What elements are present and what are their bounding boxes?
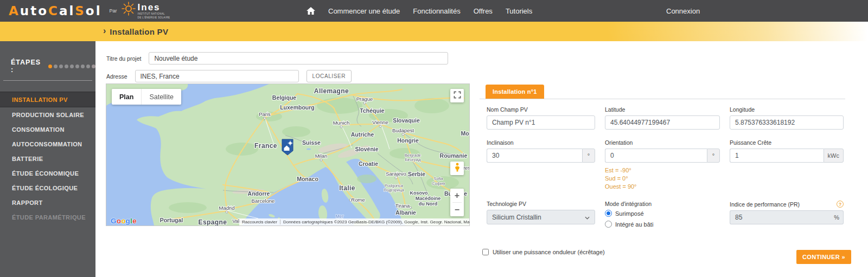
puissance-label: Puissance Crête	[730, 139, 771, 146]
nav-item-offres[interactable]: Offres	[474, 7, 493, 15]
sidebar-item-production-solaire[interactable]: PRODUCTION SOLAIRE	[0, 107, 95, 122]
map-fullscreen-button[interactable]	[450, 89, 464, 102]
sidebar-item-etude-ecologique[interactable]: ÉTUDE ÉCOLOGIQUE	[0, 181, 95, 195]
map-pegman-button[interactable]	[450, 162, 464, 175]
map-zoom-control: + −	[450, 189, 464, 216]
map-label: Rome	[351, 197, 365, 203]
map-label: Portugal	[160, 217, 183, 223]
map-label: Autriche	[351, 131, 374, 138]
orientation-hints: Est = -90° Sud = 0° Ouest = 90°	[605, 166, 720, 191]
map-label: Kosovo	[410, 190, 428, 196]
map-satellite-button[interactable]: Satellite	[141, 89, 181, 105]
nav-item-fonctionnalites[interactable]: Fonctionnalités	[413, 7, 460, 15]
autocalsol-logo[interactable]: AutoCalSol	[9, 4, 102, 18]
main-content: Titre du projet Adresse LOCALISER	[95, 41, 868, 277]
inclinaison-label: Inclinaison	[487, 139, 514, 146]
sidebar-item-autoconsommation[interactable]: AUTOCONSOMMATION	[0, 137, 95, 151]
latitude-input[interactable]	[605, 115, 720, 130]
sidebar-item-etude-economique[interactable]: ÉTUDE ÉCONOMIQUE	[0, 166, 95, 181]
pr-help-icon[interactable]: ?	[837, 201, 844, 208]
continuer-button[interactable]: CONTINUER »	[796, 250, 851, 264]
map-label: Slovénie	[355, 146, 378, 152]
pr-unit: %	[830, 210, 844, 224]
map-label: Belgique	[272, 94, 296, 101]
installation-tabbar: Installation n°1	[480, 85, 845, 99]
step-dot	[92, 65, 95, 68]
radio-surimpose[interactable]: Surimposé	[605, 210, 720, 217]
nav-item-connexion[interactable]: Connexion	[666, 7, 700, 15]
inclinaison-input[interactable]	[487, 149, 582, 163]
map-label: Allemagne	[314, 87, 349, 95]
step-dot	[48, 65, 52, 68]
nav-item-commencer[interactable]: Commencer une étude	[328, 7, 400, 15]
step-dot	[75, 65, 79, 68]
radio-integre-bati[interactable]: Intégré au bâti	[605, 221, 720, 228]
radio-unselected-icon	[605, 221, 612, 228]
map-label: Tchéquie	[360, 107, 384, 114]
map-plan-button[interactable]: Plan	[112, 89, 141, 105]
localiser-button[interactable]: LOCALISER	[307, 70, 352, 82]
inclinaison-unit: °	[582, 149, 595, 163]
sidebar-item-rapport[interactable]: RAPPORT	[0, 195, 95, 210]
address-input[interactable]	[135, 70, 299, 82]
step-dot	[81, 65, 85, 68]
address-label: Adresse	[106, 73, 127, 80]
map-label: Prague	[356, 96, 373, 102]
steps-progress-dots	[48, 65, 95, 68]
google-logo[interactable]: Google	[111, 217, 137, 225]
zoom-in-button[interactable]: +	[450, 189, 464, 202]
pegman-icon	[454, 163, 461, 174]
map-label: Paris	[259, 111, 271, 117]
sun-icon	[119, 1, 138, 21]
pr-input[interactable]	[730, 210, 830, 224]
step-dot	[65, 65, 68, 68]
map-label: Albanie	[395, 209, 416, 216]
pr-label: Indice de performance (PR)	[730, 201, 800, 208]
step-dot	[59, 65, 63, 68]
hint-ouest: Ouest = 90°	[605, 183, 720, 191]
technologie-label: Technologie PV	[487, 201, 526, 207]
map-data-attribution: Données cartographiques ©2023 GeoBasis-D…	[280, 220, 469, 224]
map-label: Monaco	[297, 176, 318, 182]
sidebar-item-batterie[interactable]: BATTERIE	[0, 151, 95, 166]
breadcrumb-arrow-icon: ›	[103, 26, 106, 36]
puissance-input[interactable]	[730, 149, 824, 163]
onduleur-checkbox[interactable]	[482, 249, 489, 255]
map-label: Београд	[405, 157, 421, 162]
technologie-select[interactable]: Silicium Cristallin	[487, 210, 595, 224]
map-label: Munich	[333, 120, 350, 126]
steps-sidebar: ÉTAPES : INSTALLATION PV PRODUCTION SOLA…	[0, 41, 95, 277]
page-title: Installation PV	[110, 27, 168, 36]
map-label: София	[432, 181, 445, 186]
ines-name: Ines	[138, 3, 170, 12]
latitude-label: Latitude	[605, 106, 625, 113]
zoom-out-button[interactable]: −	[450, 203, 464, 216]
map-label: Moldavie	[461, 130, 469, 137]
map-label: Budapest	[392, 127, 414, 133]
google-map[interactable]: AllemagneBelgiqueLuxembourgParisPragueTc…	[106, 84, 469, 226]
home-icon[interactable]	[307, 7, 315, 15]
map-label: Slovaquie	[393, 117, 420, 124]
keyboard-shortcuts-link[interactable]: Raccourcis clavier	[239, 220, 280, 224]
map-label: Подгорица	[384, 188, 404, 192]
tab-installation-1[interactable]: Installation n°1	[486, 85, 544, 99]
map-label: Andorre	[248, 190, 270, 197]
orientation-input[interactable]	[605, 149, 707, 163]
top-navbar: AutoCalSol Par Ines INSTITUT NATIONAL DE…	[0, 0, 868, 22]
map-label: Milan	[315, 153, 328, 159]
map-label: Tirana	[395, 203, 410, 209]
sidebar-item-consommation[interactable]: CONSOMMATION	[0, 122, 95, 137]
page-banner: › Installation PV	[0, 22, 868, 41]
sidebar-divider	[3, 80, 92, 81]
project-title-input[interactable]	[149, 52, 448, 65]
sidebar-item-installation-pv[interactable]: INSTALLATION PV	[0, 92, 95, 107]
nom-champ-input[interactable]	[487, 115, 595, 130]
orientation-label: Orientation	[605, 139, 633, 146]
longitude-input[interactable]	[730, 115, 844, 130]
ines-logo[interactable]: Ines INSTITUT NATIONAL DE L'ÉNERGIE SOLA…	[119, 1, 170, 21]
map-type-control: Plan Satellite	[112, 89, 181, 105]
sidebar-item-etude-parametrique: ÉTUDE PARAMÉTRIQUE	[0, 210, 95, 224]
nav-item-tutoriels[interactable]: Tutoriels	[506, 7, 532, 15]
par-label: Par	[110, 8, 117, 14]
step-dot	[86, 65, 90, 68]
